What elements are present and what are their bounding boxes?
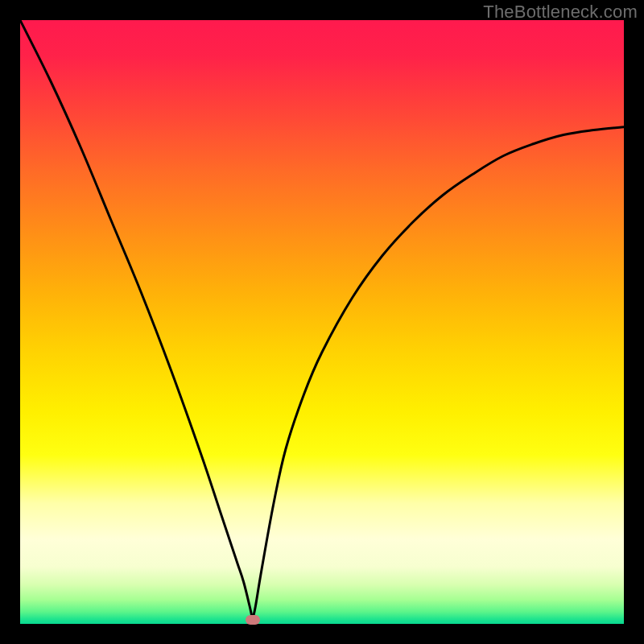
optimal-point-marker <box>246 615 260 625</box>
chart-frame <box>20 20 624 624</box>
bottleneck-curve <box>20 20 624 624</box>
